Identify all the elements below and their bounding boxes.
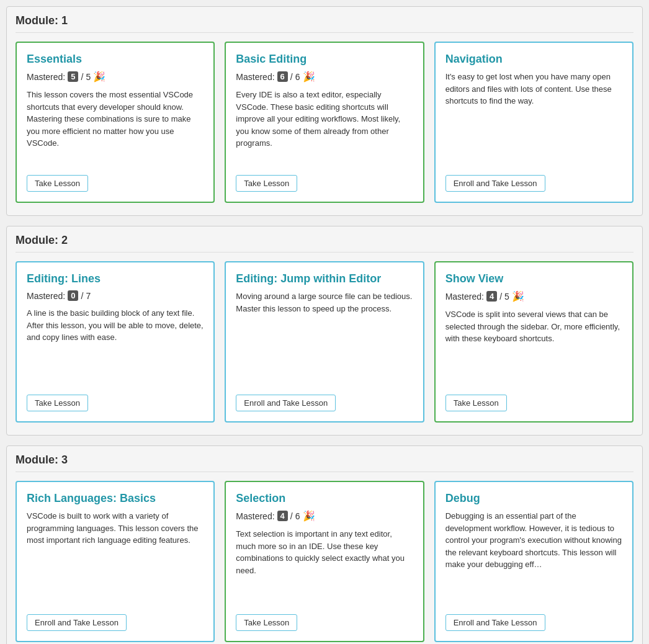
mastered-label-editing-lines: Mastered: [27,291,65,301]
card-action-navigation: Enroll and Take Lesson [445,175,622,192]
mastered-count-editing-lines: 0 [68,290,78,301]
party-icon-show-view: 🎉 [512,290,524,302]
card-navigation: NavigationIt's easy to get lost when you… [434,42,633,203]
mastered-total-editing-lines: 7 [86,291,91,301]
card-button-editing-lines[interactable]: Take Lesson [27,395,88,411]
mastered-count-show-view: 4 [486,291,497,302]
mastered-separator-essentials: / [81,72,83,82]
card-button-basic-editing[interactable]: Take Lesson [236,175,297,192]
card-desc-basic-editing: Every IDE is also a text editor, especia… [236,89,413,166]
card-action-selection: Take Lesson [236,614,413,631]
card-button-show-view[interactable]: Take Lesson [445,395,507,411]
page: Module: 1EssentialsMastered: 5 / 5 🎉This… [0,0,649,644]
card-editing-jump: Editing: Jump within EditorMoving around… [225,261,424,423]
card-desc-editing-lines: A line is the basic building block of an… [27,307,204,386]
module-title-2: Module: 2 [16,234,633,253]
card-desc-rich-languages-basics: VSCode is built to work with a variety o… [27,510,204,606]
mastered-label-selection: Mastered: [236,511,274,521]
mastered-total-basic-editing: 6 [295,72,300,82]
card-action-editing-lines: Take Lesson [27,395,204,411]
mastered-total-show-view: 5 [504,292,509,302]
party-icon-selection: 🎉 [303,510,315,522]
card-essentials: EssentialsMastered: 5 / 5 🎉This lesson c… [16,42,215,203]
card-desc-essentials: This lesson covers the most essential VS… [27,89,204,166]
card-action-debug: Enroll and Take Lesson [445,614,622,631]
mastered-count-basic-editing: 6 [277,71,288,82]
mastered-separator-basic-editing: / [290,72,293,82]
module-title-1: Module: 1 [16,14,633,33]
card-title-essentials: Essentials [27,53,204,66]
mastered-total-essentials: 5 [86,72,91,82]
card-basic-editing: Basic EditingMastered: 6 / 6 🎉Every IDE … [225,42,424,203]
card-title-editing-lines: Editing: Lines [27,272,204,285]
card-desc-show-view: VSCode is split into several views that … [445,308,622,386]
card-title-basic-editing: Basic Editing [236,53,413,66]
card-desc-selection: Text selection is important in any text … [236,528,413,606]
mastered-row-show-view: Mastered: 4 / 5 🎉 [445,290,622,302]
mastered-count-essentials: 5 [68,71,78,82]
mastered-row-basic-editing: Mastered: 6 / 6 🎉 [236,71,413,83]
card-rich-languages-basics: Rich Languages: BasicsVSCode is built to… [16,481,215,642]
card-button-editing-jump[interactable]: Enroll and Take Lesson [236,395,336,411]
mastered-row-selection: Mastered: 4 / 6 🎉 [236,510,413,522]
card-button-essentials[interactable]: Take Lesson [27,175,88,192]
mastered-total-selection: 6 [295,511,300,521]
card-button-navigation[interactable]: Enroll and Take Lesson [445,175,545,192]
mastered-separator-editing-lines: / [81,291,83,301]
card-desc-debug: Debugging is an essential part of the de… [445,510,622,606]
card-action-essentials: Take Lesson [27,175,204,192]
card-title-debug: Debug [445,492,622,505]
module-section-1: Module: 1EssentialsMastered: 5 / 5 🎉This… [6,6,643,216]
card-title-selection: Selection [236,492,413,505]
card-desc-editing-jump: Moving around a large source file can be… [236,290,413,386]
mastered-separator-show-view: / [499,292,502,302]
mastered-separator-selection: / [290,511,293,521]
card-title-rich-languages-basics: Rich Languages: Basics [27,492,204,505]
mastered-count-selection: 4 [277,511,288,521]
card-selection: SelectionMastered: 4 / 6 🎉Text selection… [225,481,424,642]
cards-row-3: Rich Languages: BasicsVSCode is built to… [16,481,633,642]
card-action-editing-jump: Enroll and Take Lesson [236,395,413,411]
card-desc-navigation: It's easy to get lost when you have many… [445,71,622,166]
card-title-navigation: Navigation [445,53,622,66]
card-button-selection[interactable]: Take Lesson [236,614,297,631]
card-button-debug[interactable]: Enroll and Take Lesson [445,614,545,631]
mastered-row-editing-lines: Mastered: 0 / 7 [27,290,204,301]
module-title-3: Module: 3 [16,454,633,472]
party-icon-essentials: 🎉 [93,71,105,83]
card-title-show-view: Show View [445,272,622,285]
card-title-editing-jump: Editing: Jump within Editor [236,272,413,285]
card-show-view: Show ViewMastered: 4 / 5 🎉VSCode is spli… [434,261,633,423]
card-action-rich-languages-basics: Enroll and Take Lesson [27,614,204,631]
card-action-basic-editing: Take Lesson [236,175,413,192]
card-debug: DebugDebugging is an essential part of t… [434,481,633,642]
mastered-label-essentials: Mastered: [27,72,65,82]
card-button-rich-languages-basics[interactable]: Enroll and Take Lesson [27,614,127,631]
party-icon-basic-editing: 🎉 [303,71,315,83]
module-section-2: Module: 2Editing: LinesMastered: 0 / 7A … [6,226,643,436]
card-editing-lines: Editing: LinesMastered: 0 / 7A line is t… [16,261,215,423]
cards-row-1: EssentialsMastered: 5 / 5 🎉This lesson c… [16,42,633,203]
card-action-show-view: Take Lesson [445,395,622,411]
mastered-label-show-view: Mastered: [445,292,484,302]
mastered-label-basic-editing: Mastered: [236,72,274,82]
mastered-row-essentials: Mastered: 5 / 5 🎉 [27,71,204,83]
module-section-3: Module: 3Rich Languages: BasicsVSCode is… [6,445,643,644]
cards-row-2: Editing: LinesMastered: 0 / 7A line is t… [16,261,633,423]
